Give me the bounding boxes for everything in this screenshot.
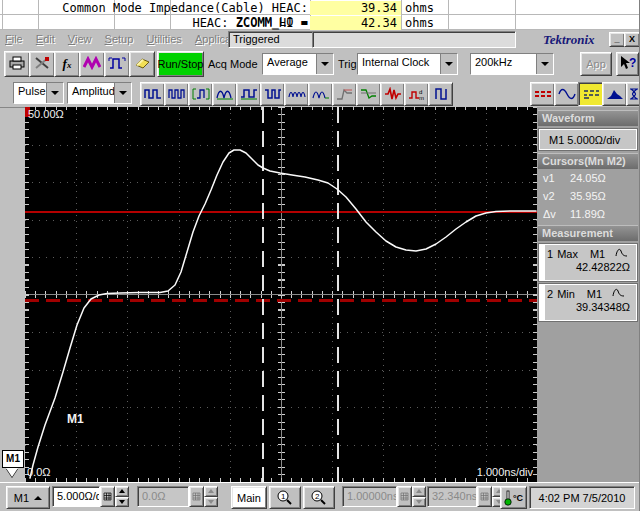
acq-mode-select[interactable]: Average (262, 53, 334, 75)
decrement-button[interactable] (204, 497, 218, 508)
minimize-button[interactable]: _ (609, 32, 625, 47)
trig-source-select[interactable]: Internal Clock (357, 53, 458, 75)
tdr-measure-button[interactable]: dm (404, 82, 429, 106)
cursor-v1-value: 24.05Ω (570, 172, 606, 184)
thermometer-icon (504, 490, 512, 506)
keypad-button[interactable] (100, 486, 115, 507)
amplitude-mode-select[interactable]: Amplitude (67, 82, 132, 104)
gated-pulse-icon (192, 87, 210, 101)
eye-diagram-button[interactable] (626, 82, 640, 106)
step-response-button[interactable] (332, 82, 357, 106)
chevron-up-icon (34, 496, 42, 500)
zcomm-hi-label: HEAC: ZCOMM_HI = (38, 16, 308, 30)
vertical-offset-spinner: 0.0Ω (137, 486, 218, 507)
measurement-1-box[interactable]: 1 Max M1 42.42822Ω (539, 244, 637, 281)
zoom2-button[interactable]: 2 (303, 486, 335, 509)
waveform-scale-box[interactable]: M1 5.000Ω/div (539, 129, 637, 150)
decrement-button[interactable] (115, 497, 129, 508)
chevron-down-icon[interactable] (114, 83, 131, 103)
menu-setup[interactable]: Setup (105, 30, 134, 48)
pulse-baseline-button[interactable] (236, 82, 261, 106)
menu-edit[interactable]: Edit (36, 30, 55, 48)
erase-button[interactable] (129, 51, 155, 77)
increment-button[interactable] (204, 486, 218, 497)
histogram-button[interactable] (602, 82, 627, 106)
chevron-down-icon[interactable] (440, 54, 457, 74)
gated-pulse-button[interactable] (188, 82, 213, 106)
dense-pulse-train-icon (168, 87, 186, 101)
chevron-down-icon[interactable] (536, 54, 553, 74)
cursor-dv-value: 11.89Ω (570, 208, 605, 220)
pulse-tool-button[interactable] (104, 51, 130, 77)
pulse-shape-icon (612, 287, 625, 300)
measurement-2-box[interactable]: 2 Min M1 39.34348Ω (539, 284, 637, 321)
vertical-scale-input[interactable]: 5.000Ω/di (52, 486, 100, 507)
menu-utilities[interactable]: Utilities (146, 30, 181, 48)
keypad-button[interactable] (477, 486, 492, 507)
pulse-mode-value: Pulse (14, 83, 46, 103)
clock-rate-select[interactable]: 200kHz (470, 53, 554, 75)
menu-view[interactable]: View (68, 30, 92, 48)
run-stop-button[interactable]: Run/Stop (157, 51, 204, 77)
zoom1-button[interactable]: 1 (269, 486, 301, 509)
keypad-button[interactable] (189, 486, 204, 507)
increment-button[interactable] (115, 486, 129, 497)
cursor-dv-row: Δv 11.89Ω (543, 208, 637, 220)
pulse-train-button[interactable] (140, 82, 165, 106)
falling-step-button[interactable] (356, 82, 381, 106)
well-pulse-icon (264, 87, 282, 101)
print-button[interactable] (4, 51, 30, 77)
pulse-mode-select[interactable]: Pulse (13, 82, 64, 104)
tools-button[interactable] (29, 51, 55, 77)
waveform-view-button[interactable] (554, 82, 579, 106)
app-button[interactable]: App (580, 52, 612, 76)
pulse-shape-icon (615, 247, 628, 260)
dense-pulse-train-button[interactable] (164, 82, 189, 106)
small-pulse-train-button[interactable] (284, 82, 309, 106)
eraser-icon (133, 56, 151, 72)
decrement-button[interactable] (412, 497, 426, 508)
meas2-value: 39.34348Ω (545, 300, 636, 315)
keypad-icon (480, 492, 489, 501)
tools-icon (34, 56, 50, 72)
falling-step-icon (360, 87, 378, 101)
main-timebase-button[interactable]: Main (231, 486, 267, 509)
channel-handle-m1[interactable]: M1 (2, 450, 24, 468)
well-pulse-button[interactable] (260, 82, 285, 106)
horizontal-control-bar: M1 5.000Ω/di 0.0Ω Main 1 2 1.00 (0, 482, 640, 511)
amplitude-mode-value: Amplitude (68, 83, 114, 103)
bracket-pulse-button[interactable] (428, 82, 453, 106)
status-box-empty (312, 31, 516, 48)
keypad-icon (400, 492, 409, 501)
cursors-button[interactable] (530, 82, 555, 106)
horizontal-scale-input[interactable]: 1.00000ns (342, 486, 397, 507)
zcomm-lo-unit: ohms (405, 1, 434, 15)
trig-source-value: Internal Clock (358, 54, 440, 74)
menu-file[interactable]: File (5, 30, 23, 48)
horizontal-position-input[interactable]: 32.340ns (427, 486, 477, 507)
keypad-button[interactable] (397, 486, 412, 507)
temperature-button[interactable]: °C (500, 486, 527, 509)
context-help-button[interactable]: ? (616, 52, 639, 76)
close-button[interactable]: X (624, 32, 640, 47)
cursor-v1-row: v1 24.05Ω (543, 172, 637, 184)
chevron-down-icon[interactable] (316, 54, 333, 74)
zcomm-hi-unit: ohms (405, 16, 434, 30)
small-pulse-train-icon (288, 87, 306, 101)
horizontal-position-spinner: 32.340ns (427, 486, 506, 507)
math-button[interactable]: fx (54, 51, 80, 77)
channel-select-button[interactable]: M1 (6, 486, 50, 509)
noise-burst-button[interactable] (380, 82, 405, 106)
chevron-down-icon[interactable] (46, 83, 63, 103)
vertical-offset-input[interactable]: 0.0Ω (137, 486, 189, 507)
waveform-tool-button[interactable] (79, 51, 105, 77)
pulse-baseline-icon (240, 87, 258, 101)
pulse-icon (108, 56, 126, 72)
rounded-pulse-button[interactable] (212, 82, 237, 106)
table-gridline (2, 0, 3, 30)
rounded-train-button[interactable] (308, 82, 333, 106)
readout-button-active[interactable] (578, 82, 603, 106)
increment-button[interactable] (412, 486, 426, 497)
rounded-train-icon (312, 87, 330, 101)
histogram-icon (606, 87, 624, 101)
